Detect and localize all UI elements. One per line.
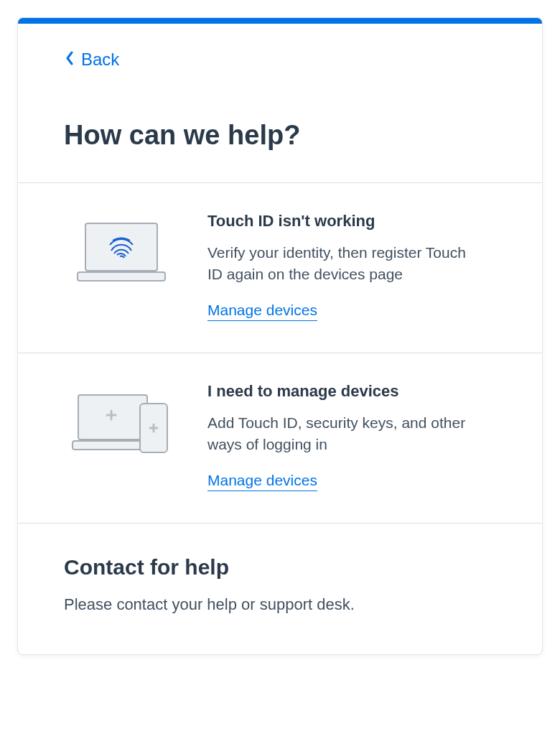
contact-section: Contact for help Please contact your hel… — [18, 523, 542, 654]
back-link[interactable]: Back — [64, 50, 119, 70]
help-option-text: I need to manage devices Add Touch ID, s… — [207, 382, 496, 491]
manage-devices-link[interactable]: Manage devices — [207, 302, 317, 321]
laptop-fingerprint-icon — [64, 212, 179, 285]
svg-rect-1 — [78, 272, 165, 281]
page-title: How can we help? — [64, 120, 496, 151]
help-card: Back How can we help? — [17, 17, 543, 655]
chevron-left-icon — [64, 50, 75, 70]
laptop-phone-add-icon — [64, 382, 179, 455]
help-option-manage-devices: I need to manage devices Add Touch ID, s… — [18, 353, 542, 523]
svg-rect-0 — [85, 223, 157, 271]
contact-description: Please contact your help or support desk… — [64, 595, 496, 614]
help-option-touch-id: Touch ID isn't working Verify your ident… — [18, 182, 542, 353]
manage-devices-link[interactable]: Manage devices — [207, 472, 317, 491]
help-option-description: Verify your identity, then register Touc… — [207, 242, 480, 286]
help-option-description: Add Touch ID, security keys, and other w… — [207, 412, 480, 456]
accent-bar — [18, 18, 542, 24]
back-label: Back — [81, 50, 119, 70]
header-area: Back How can we help? — [18, 24, 542, 182]
help-option-text: Touch ID isn't working Verify your ident… — [207, 212, 496, 321]
help-option-title: Touch ID isn't working — [207, 212, 496, 231]
help-option-title: I need to manage devices — [207, 382, 496, 401]
contact-title: Contact for help — [64, 555, 496, 580]
svg-rect-2 — [78, 395, 147, 440]
